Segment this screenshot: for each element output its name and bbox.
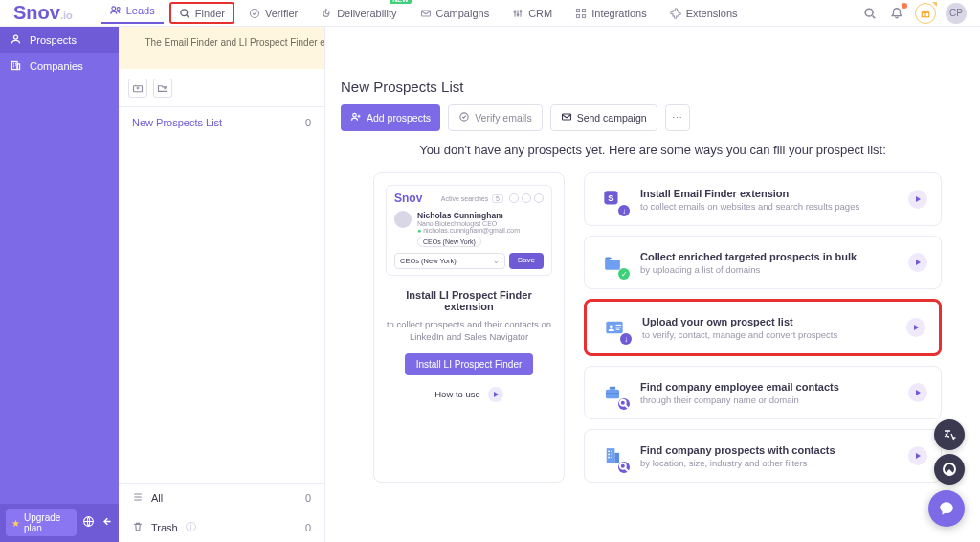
- nav-label: Leads: [126, 5, 155, 16]
- nav-label: Extensions: [686, 8, 738, 19]
- row-label: Trash: [151, 522, 178, 533]
- flame-icon: [321, 8, 332, 19]
- language-float-button[interactable]: [934, 419, 965, 450]
- building-icon: [10, 59, 22, 72]
- nav-deliverability[interactable]: Deliverability NEW: [312, 2, 405, 24]
- svg-point-6: [517, 13, 519, 15]
- mock-name: Nicholas Cunningham: [417, 211, 520, 220]
- svg-point-2: [181, 9, 188, 15]
- svg-rect-30: [610, 387, 615, 390]
- chevron-left-icon[interactable]: [100, 515, 113, 531]
- card-sub: to verify, contact, manage and convert p…: [642, 329, 893, 340]
- top-bar: Snov.io Leads Finder Verifier Deliverabi…: [0, 0, 980, 27]
- chat-float-button[interactable]: [928, 490, 965, 527]
- card-collect-bulk[interactable]: ✓ Collect enriched targeted prospects in…: [584, 236, 942, 289]
- card-sub: through their company name or domain: [640, 395, 895, 405]
- new-folder-button[interactable]: [128, 79, 147, 98]
- svg-rect-37: [608, 454, 610, 456]
- list-row[interactable]: New Prospects List 0: [119, 107, 324, 138]
- verify-emails-button[interactable]: Verify emails: [448, 104, 543, 131]
- card-title: Find company prospects with contacts: [640, 444, 895, 456]
- nav-finder[interactable]: Finder: [169, 2, 234, 24]
- nav-label: Deliverability: [337, 8, 396, 19]
- play-icon: [906, 318, 925, 337]
- upgrade-plan-button[interactable]: ★Upgrade plan: [6, 509, 77, 536]
- avatar-initials: CP: [949, 8, 963, 18]
- nav-label: Verifier: [265, 8, 298, 19]
- how-to-use-link[interactable]: How to use: [386, 387, 552, 402]
- search-icon-btn[interactable]: [861, 5, 879, 22]
- mock-input: CEOs (New York)⌄: [394, 253, 505, 269]
- mock-active-label: Active searches 5: [441, 195, 503, 202]
- all-lists-row[interactable]: All 0: [119, 484, 324, 512]
- svg-rect-33: [607, 448, 615, 463]
- lists-column: New Prospects List 0 All 0 Trash ⓘ 0: [119, 27, 325, 542]
- card-install-email-finder[interactable]: S ↓ Install Email Finder extension to co…: [584, 172, 942, 226]
- card-find-employee-contacts[interactable]: Find company employee email contacts thr…: [584, 366, 942, 419]
- card-title: Find company employee email contacts: [640, 381, 895, 393]
- puzzle-icon: [670, 8, 681, 19]
- new-list-button[interactable]: [153, 79, 172, 98]
- bell-icon[interactable]: [888, 5, 905, 22]
- card-title: Collect enriched targeted prospects in b…: [640, 251, 895, 262]
- svg-text:S: S: [608, 192, 613, 203]
- grid-icon: [575, 8, 587, 19]
- gift-icon[interactable]: [915, 3, 936, 24]
- info-icon: ⓘ: [186, 520, 196, 534]
- play-icon: [908, 446, 927, 465]
- trash-row[interactable]: Trash ⓘ 0: [119, 512, 324, 542]
- svg-point-25: [610, 325, 613, 328]
- more-actions-button[interactable]: ⋯: [665, 104, 690, 131]
- nav-crm[interactable]: CRM: [503, 2, 561, 24]
- svg-rect-21: [562, 114, 570, 120]
- btn-label: Upgrade plan: [24, 512, 71, 533]
- logo[interactable]: Snov.io: [13, 2, 73, 24]
- help-float-button[interactable]: [934, 454, 965, 485]
- sidebar-item-prospects[interactable]: Prospects: [0, 27, 119, 53]
- card-title: Upload your own prospect list: [642, 316, 893, 327]
- globe-icon[interactable]: [82, 515, 95, 531]
- svg-rect-15: [11, 61, 17, 69]
- search-badge-icon: [618, 398, 630, 410]
- sidebar-item-companies[interactable]: Companies: [0, 53, 119, 79]
- nav-verifier[interactable]: Verifier: [240, 2, 306, 24]
- card-sub: by location, size, industry and other fi…: [640, 458, 895, 468]
- svg-rect-36: [611, 451, 612, 453]
- nav-label: Finder: [195, 8, 225, 19]
- play-icon: [908, 383, 927, 402]
- row-label: All: [151, 492, 163, 504]
- left-card-title: Install LI Prospect Finder extension: [386, 289, 552, 312]
- avatar[interactable]: CP: [946, 3, 967, 24]
- play-icon: [908, 190, 927, 209]
- card-sub: by uploading a list of domains: [640, 264, 895, 275]
- action-row: Add prospects Verify emails Send campaig…: [341, 104, 965, 131]
- page-title: New Prospects List: [341, 79, 965, 95]
- card-upload-list[interactable]: ↓ Upload your own prospect list to verif…: [584, 299, 942, 356]
- nav-campaigns[interactable]: Campaigns: [412, 2, 499, 24]
- top-right-icons: CP: [861, 3, 967, 24]
- svg-point-5: [514, 11, 516, 12]
- nav-extensions[interactable]: Extensions: [661, 2, 746, 24]
- send-campaign-button[interactable]: Send campaign: [550, 104, 657, 131]
- nav-leads[interactable]: Leads: [101, 2, 164, 24]
- sidebar-footer: ★Upgrade plan: [0, 504, 119, 542]
- play-icon: [908, 253, 927, 272]
- left-sidebar: Prospects Companies ★Upgrade plan: [0, 27, 119, 542]
- svg-rect-29: [606, 390, 619, 398]
- main-area: New Prospects List Add prospects Verify …: [325, 27, 980, 542]
- mock-email: ● nicholas.cunnigham@gmail.com: [417, 227, 520, 234]
- empty-state-message: You don't have any prospects yet. Here a…: [325, 143, 980, 157]
- add-prospects-button[interactable]: Add prospects: [341, 104, 440, 131]
- card-title: Install Email Finder extension: [640, 188, 895, 199]
- mock-chip: CEOs (New York): [417, 237, 481, 247]
- card-find-company-prospects[interactable]: Find company prospects with contacts by …: [584, 429, 942, 483]
- svg-rect-8: [577, 9, 580, 11]
- main-nav: Leads Finder Verifier Deliverability NEW: [101, 2, 746, 24]
- install-li-finder-cta[interactable]: Install LI Prospect Finder: [405, 353, 534, 375]
- star-icon: ★: [11, 518, 20, 529]
- nav-integrations[interactable]: Integrations: [567, 2, 655, 24]
- howto-label: How to use: [434, 389, 480, 399]
- svg-point-1: [117, 8, 120, 11]
- svg-rect-38: [611, 454, 612, 456]
- search-icon: [179, 8, 190, 19]
